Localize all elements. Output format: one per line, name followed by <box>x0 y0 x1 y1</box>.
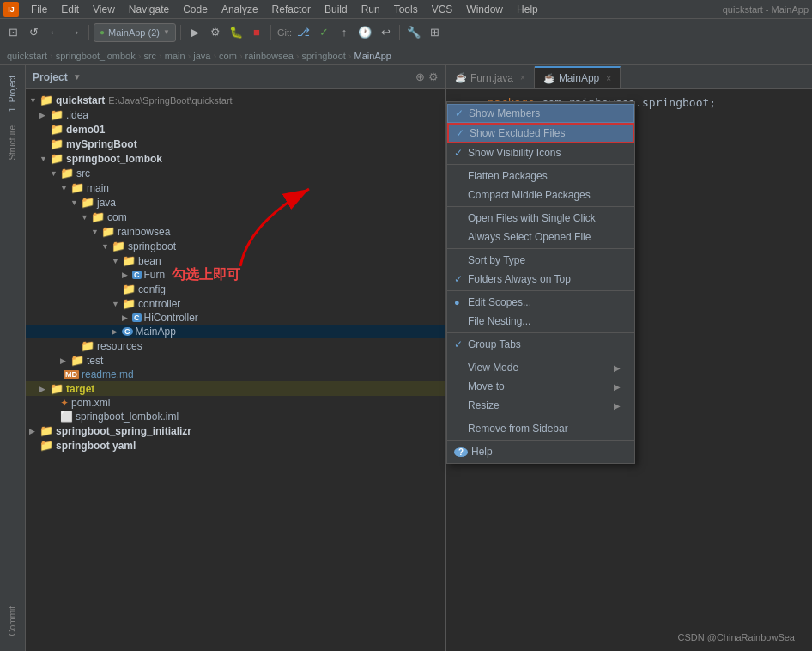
tab-mainapp[interactable]: ☕ MainApp × <box>535 66 621 88</box>
watermark: CSDN @ChinaRainbowSea <box>677 632 795 642</box>
tree-item-pom[interactable]: ✦ pom.xml <box>26 396 445 410</box>
toolbar-stop[interactable]: ■ <box>247 23 266 42</box>
class-icon: C <box>132 313 142 322</box>
git-history[interactable]: 🕐 <box>355 23 374 42</box>
xml-icon: ✦ <box>60 397 69 409</box>
tree-item-hicontroller[interactable]: ▶ C HiController <box>26 311 445 325</box>
toolbar-build[interactable]: ⚙ <box>206 23 225 42</box>
menu-item-show-members[interactable]: ✓ Show Members <box>447 104 634 123</box>
menu-item-move-to[interactable]: Move to ▶ <box>447 377 634 396</box>
tree-arrow: ▼ <box>60 184 70 192</box>
menu-divider <box>447 417 634 417</box>
chevron-down-icon: ▼ <box>163 28 170 36</box>
sidebar-item-commit[interactable]: Commit <box>4 599 21 642</box>
sidebar-item-structure[interactable]: Structure <box>4 119 21 167</box>
tab-close-icon[interactable]: × <box>606 74 611 83</box>
tree-label: test <box>87 355 103 367</box>
menu-refactor[interactable]: Refactor <box>265 2 318 17</box>
bc-mainapp[interactable]: MainApp <box>354 51 391 61</box>
bc-java[interactable]: java <box>193 51 210 61</box>
help-icon: ? <box>454 447 468 457</box>
git-branch[interactable]: ⎇ <box>294 23 312 42</box>
tree-item-mainapp[interactable]: ▶ C MainApp <box>26 325 445 338</box>
bc-springboot[interactable]: springboot <box>301 51 345 61</box>
tree-item-target[interactable]: ▶ 📁 target <box>26 381 445 396</box>
checkmark-icon: ✓ <box>456 127 470 139</box>
menu-item-flatten[interactable]: Flatten Packages <box>447 167 634 186</box>
toolbar-btn-1[interactable]: ⊡ <box>3 23 22 42</box>
project-selector[interactable]: ● MainApp (2) ▼ <box>94 23 176 42</box>
menu-file[interactable]: File <box>24 2 54 17</box>
toolbar-settings[interactable]: 🔧 <box>404 23 423 42</box>
menu-item-sort-type[interactable]: Sort by Type <box>447 251 634 270</box>
tree-item-quickstart[interactable]: ▼ 📁 quickstart E:\Java\SpringBoot\quicks… <box>26 93 445 107</box>
folder-icon: 📁 <box>112 240 125 252</box>
folder-icon: 📁 <box>39 94 53 106</box>
menu-run[interactable]: Run <box>354 2 387 17</box>
menu-item-show-excluded[interactable]: ✓ Show Excluded Files <box>447 123 634 143</box>
git-check[interactable]: ✓ <box>314 23 333 42</box>
git-revert[interactable]: ↩ <box>376 23 395 42</box>
tree-label: springboot_spring_initializr <box>56 425 191 437</box>
tree-label: quickstart <box>56 94 105 106</box>
menu-code[interactable]: Code <box>176 2 215 17</box>
tree-item-resources[interactable]: 📁 resources <box>26 338 445 353</box>
menu-item-group-tabs[interactable]: ✓ Group Tabs <box>447 335 634 354</box>
menu-analyze[interactable]: Analyze <box>215 2 265 17</box>
menu-item-label: File Nesting... <box>468 315 621 327</box>
tree-item-controller[interactable]: ▼ 📁 controller <box>26 296 445 311</box>
menu-item-folders-top[interactable]: ✓ Folders Always on Top <box>447 270 634 289</box>
toolbar-more[interactable]: ⊞ <box>425 23 444 42</box>
git-push[interactable]: ↑ <box>335 23 354 42</box>
tree-item-spring-init[interactable]: ▶ 📁 springboot_spring_initializr <box>26 423 445 438</box>
menu-view[interactable]: View <box>86 2 122 17</box>
menu-edit[interactable]: Edit <box>54 2 86 17</box>
menu-item-resize[interactable]: Resize ▶ <box>447 396 634 415</box>
project-add-icon[interactable]: ⊕ <box>415 70 425 83</box>
bc-springboot-lombok[interactable]: springboot_lombok <box>56 51 136 61</box>
menu-item-always-select[interactable]: Always Select Opened File <box>447 228 634 246</box>
tree-item-myspringboot[interactable]: 📁 mySpringBoot <box>26 137 445 151</box>
bc-src[interactable]: src <box>143 51 156 61</box>
folder-icon: 📁 <box>50 137 64 150</box>
menu-tools[interactable]: Tools <box>387 2 425 17</box>
menu-build[interactable]: Build <box>318 2 354 17</box>
toolbar-back[interactable]: ← <box>45 23 64 42</box>
menu-window[interactable]: Window <box>459 2 510 17</box>
menu-item-single-click[interactable]: Open Files with Single Click <box>447 209 634 228</box>
tree-item-springboot-yaml[interactable]: 📁 springboot yaml <box>26 438 445 453</box>
bc-rainbowsea[interactable]: rainbowsea <box>245 51 294 61</box>
bc-main[interactable]: main <box>165 51 185 61</box>
menu-navigate[interactable]: Navigate <box>122 2 176 17</box>
tree-item-iml[interactable]: ⬜ springboot_lombok.iml <box>26 410 445 423</box>
menu-vcs[interactable]: VCS <box>425 2 460 17</box>
menu-item-help[interactable]: ? Help <box>447 442 634 461</box>
menu-divider <box>447 206 634 207</box>
menu-item-remove-sidebar[interactable]: Remove from Sidebar <box>447 419 634 438</box>
tree-item-demo01[interactable]: 📁 demo01 <box>26 122 445 137</box>
toolbar-btn-2[interactable]: ↺ <box>24 23 43 42</box>
tree-item-test[interactable]: ▶ 📁 test <box>26 353 445 368</box>
tree-item-springboot-lombok[interactable]: ▼ 📁 springboot_lombok <box>26 151 445 166</box>
bc-com[interactable]: com <box>219 51 237 61</box>
toolbar-run[interactable]: ▶ <box>185 23 204 42</box>
menu-item-view-mode[interactable]: View Mode ▶ <box>447 358 634 377</box>
project-panel: Project ▼ ⊕ ⚙ ▼ 📁 quickstart E:\Java\Spr… <box>26 65 446 651</box>
toolbar-debug[interactable]: 🐛 <box>227 23 245 42</box>
bc-quickstart[interactable]: quickstart <box>7 51 47 61</box>
toolbar-forward[interactable]: → <box>65 23 84 42</box>
menu-item-file-nesting[interactable]: File Nesting... <box>447 312 634 331</box>
project-gear-icon[interactable]: ⚙ <box>428 70 439 83</box>
menu-help[interactable]: Help <box>510 2 545 17</box>
tree-item-readme[interactable]: MD readme.md <box>26 368 445 381</box>
tree-item-idea[interactable]: ▶ 📁 .idea <box>26 107 445 122</box>
tree-item-src[interactable]: ▼ 📁 src <box>26 166 445 180</box>
tab-close-icon[interactable]: × <box>520 73 525 82</box>
sidebar-item-project[interactable]: 1: Project <box>4 69 21 119</box>
iml-icon: ⬜ <box>60 411 73 423</box>
tab-furn[interactable]: ☕ Furn.java × <box>446 66 535 88</box>
menu-item-compact[interactable]: Compact Middle Packages <box>447 186 634 204</box>
tab-bar: ☕ Furn.java × ☕ MainApp × <box>446 65 812 89</box>
menu-item-edit-scopes[interactable]: ● Edit Scopes... <box>447 293 634 312</box>
menu-item-show-visibility[interactable]: ✓ Show Visibility Icons <box>447 143 634 162</box>
